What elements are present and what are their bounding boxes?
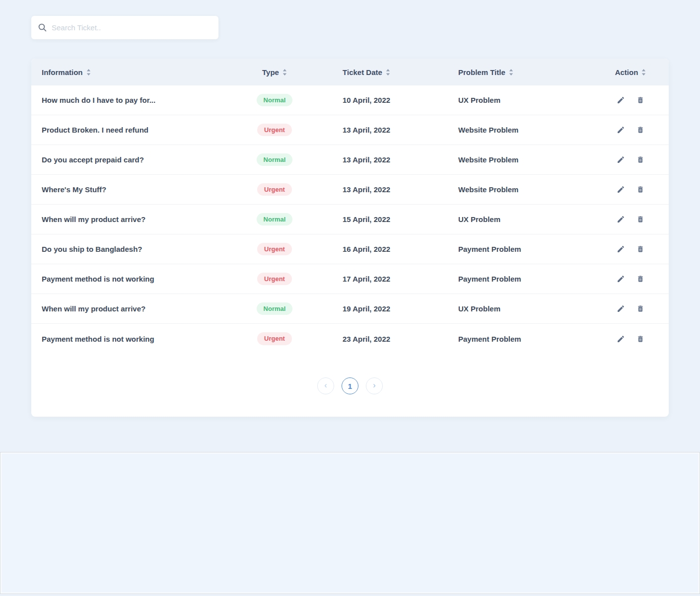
delete-button[interactable]	[636, 215, 645, 224]
ticket-problem-title: Website Problem	[428, 126, 592, 134]
sort-icon	[509, 69, 513, 75]
sort-icon	[282, 69, 287, 75]
trash-icon	[636, 215, 644, 224]
ticket-actions	[592, 245, 669, 254]
column-header-label: Problem Title	[458, 68, 505, 76]
delete-button[interactable]	[636, 126, 645, 135]
ticket-type-badge: Normal	[257, 213, 293, 226]
edit-button[interactable]	[616, 155, 625, 164]
delete-button[interactable]	[636, 155, 645, 164]
ticket-actions	[592, 275, 669, 284]
ticket-date: 15 April, 2022	[304, 215, 428, 224]
ticket-type-cell: Urgent	[245, 332, 304, 345]
column-header-problem-title[interactable]: Problem Title	[428, 68, 592, 76]
pencil-icon	[617, 304, 625, 313]
ticket-type-badge: Normal	[257, 302, 293, 315]
delete-button[interactable]	[636, 334, 645, 343]
table-row: Payment method is not working Urgent 23 …	[31, 324, 669, 354]
ticket-actions	[592, 96, 669, 105]
table-body: How much do I have to pay for... Normal …	[31, 85, 669, 354]
ticket-information: Where's My Stuff?	[31, 185, 245, 194]
column-header-label: Type	[262, 68, 279, 76]
ticket-problem-title: UX Problem	[428, 215, 592, 224]
trash-icon	[636, 335, 644, 343]
search-box	[31, 16, 218, 39]
ticket-actions	[592, 185, 669, 194]
sort-icon	[86, 69, 91, 75]
pagination-page-1-button[interactable]: 1	[342, 377, 358, 394]
ticket-date: 13 April, 2022	[304, 185, 428, 194]
ticket-date: 23 April, 2022	[304, 335, 428, 343]
edit-button[interactable]	[616, 304, 625, 313]
column-header-information[interactable]: Information	[31, 68, 245, 76]
pencil-icon	[617, 155, 625, 164]
ticket-date: 13 April, 2022	[304, 155, 428, 164]
ticket-information: How much do I have to pay for...	[31, 96, 245, 104]
ticket-actions	[592, 304, 669, 313]
delete-button[interactable]	[636, 185, 645, 194]
ticket-actions	[592, 126, 669, 135]
edit-button[interactable]	[616, 275, 625, 284]
table-row: How much do I have to pay for... Normal …	[31, 85, 669, 115]
column-header-action[interactable]: Action	[592, 68, 669, 76]
ticket-actions	[592, 215, 669, 224]
ticket-problem-title: Payment Problem	[428, 245, 592, 253]
ticket-type-badge: Normal	[257, 94, 293, 107]
ticket-date: 19 April, 2022	[304, 304, 428, 313]
table-row: Do you ship to Bangladesh? Urgent 16 Apr…	[31, 234, 669, 264]
ticket-information: Payment method is not working	[31, 275, 245, 283]
ticket-problem-title: UX Problem	[428, 304, 592, 313]
ticket-type-badge: Urgent	[257, 273, 292, 286]
pencil-icon	[617, 245, 625, 253]
ticket-type-cell: Urgent	[245, 273, 304, 286]
delete-button[interactable]	[636, 275, 645, 284]
ticket-type-cell: Normal	[245, 94, 304, 107]
ticket-problem-title: Website Problem	[428, 155, 592, 164]
ticket-type-cell: Normal	[245, 153, 304, 166]
pencil-icon	[617, 275, 625, 283]
ticket-type-badge: Urgent	[257, 243, 292, 256]
edit-button[interactable]	[616, 126, 625, 135]
sort-icon	[641, 69, 646, 75]
pencil-icon	[617, 126, 625, 134]
pencil-icon	[617, 215, 625, 224]
ticket-type-badge: Urgent	[257, 124, 292, 137]
ticket-type-cell: Urgent	[245, 183, 304, 196]
ticket-information: When will my product arrive?	[31, 215, 245, 224]
ticket-date: 17 April, 2022	[304, 275, 428, 283]
column-header-ticket-date[interactable]: Ticket Date	[304, 68, 428, 76]
table-row: Product Broken. I need refund Urgent 13 …	[31, 115, 669, 145]
column-header-label: Information	[42, 68, 83, 76]
edit-button[interactable]	[616, 245, 625, 254]
ticket-information: Do you ship to Bangladesh?	[31, 245, 245, 253]
search-input[interactable]	[52, 23, 211, 32]
trash-icon	[636, 96, 644, 104]
delete-button[interactable]	[636, 245, 645, 254]
ticket-information: Do you accept prepaid card?	[31, 155, 245, 164]
delete-button[interactable]	[636, 96, 645, 105]
ticket-type-cell: Normal	[245, 302, 304, 315]
pagination-prev-button[interactable]: ‹	[317, 377, 334, 394]
trash-icon	[636, 185, 644, 194]
edit-button[interactable]	[616, 185, 625, 194]
search-icon	[38, 23, 47, 32]
edit-button[interactable]	[616, 334, 625, 343]
sort-icon	[386, 69, 390, 75]
ticket-problem-title: Website Problem	[428, 185, 592, 194]
table-row: When will my product arrive? Normal 15 A…	[31, 205, 669, 234]
pagination: ‹ 1 ›	[31, 377, 669, 394]
column-header-label: Ticket Date	[343, 68, 382, 76]
trash-icon	[636, 304, 644, 313]
column-header-type[interactable]: Type	[245, 68, 304, 76]
table-row: Do you accept prepaid card? Normal 13 Ap…	[31, 145, 669, 175]
ticket-information: Product Broken. I need refund	[31, 126, 245, 134]
trash-icon	[636, 155, 644, 164]
edit-button[interactable]	[616, 215, 625, 224]
ticket-type-cell: Urgent	[245, 243, 304, 256]
edit-button[interactable]	[616, 96, 625, 105]
pagination-next-button[interactable]: ›	[366, 377, 383, 394]
table-header-row: Information Type Ticket Date Problem Tit…	[31, 59, 669, 85]
ticket-date: 10 April, 2022	[304, 96, 428, 104]
delete-button[interactable]	[636, 304, 645, 313]
ticket-type-badge: Normal	[257, 153, 293, 166]
